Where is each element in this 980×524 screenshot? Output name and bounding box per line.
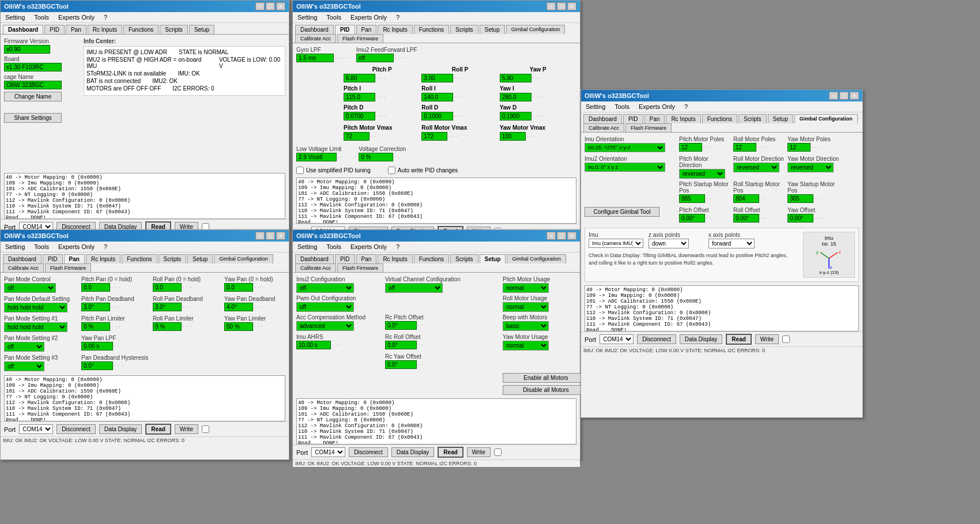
imu-select[interactable]: Imu (camera IMU) [589,239,643,248]
yaw-lpf-value[interactable] [81,342,113,350]
roll-d[interactable] [421,112,453,120]
maximize-btn-3[interactable]: □ [266,232,275,240]
roll-motor-usage-select[interactable]: normal [503,302,549,312]
minimize-btn-2[interactable]: − [546,2,556,10]
tab-rcinputs-3[interactable]: Rc Inputs [86,254,120,263]
tab-rcinputs-4[interactable]: Rc Inputs [378,254,412,263]
menu-setting-5[interactable]: Setting [583,103,608,111]
imu-ahrs-value[interactable] [296,341,331,349]
tab-dashboard-2[interactable]: Dashboard [295,25,334,34]
maximize-btn-2[interactable]: □ [557,2,566,10]
roll-i[interactable] [421,93,453,101]
checkbox-4[interactable] [494,448,502,456]
menu-experts-1[interactable]: Experts Only [56,13,97,21]
write-btn-4[interactable]: Write [467,447,491,457]
menu-experts-5[interactable]: Experts Only [636,103,677,111]
menu-setting-1[interactable]: Setting [3,13,27,21]
yaw-limiter-value[interactable] [224,322,253,331]
menu-tools-4[interactable]: Tools [324,243,344,251]
checkbox-5[interactable] [782,335,790,343]
tab-pan-3[interactable]: Pan [64,254,85,263]
rc-pitch-offset-value[interactable] [385,321,417,330]
tab-functions-5[interactable]: Functions [702,114,737,123]
menu-setting-3[interactable]: Setting [3,243,27,251]
port-select-5[interactable]: COM14 [600,334,634,344]
menu-help-1[interactable]: ? [101,13,110,21]
pitch-d[interactable] [344,112,375,120]
close-btn-5[interactable]: × [850,92,859,100]
tab-dashboard-5[interactable]: Dashboard [583,114,622,123]
yaw-p[interactable] [500,74,532,82]
pitch-offset-value[interactable] [679,214,705,223]
port-select-4[interactable]: COM14 [311,447,345,457]
pitch-limiter-value[interactable] [81,322,110,331]
minimize-btn-3[interactable]: − [255,232,265,240]
menu-help-4[interactable]: ? [394,243,402,251]
pan-setting1-select[interactable]: hold hold hold [4,322,67,332]
tab-functions-1[interactable]: Functions [123,25,159,34]
menu-experts-2[interactable]: Experts Only [348,13,389,21]
close-btn-3[interactable]: × [276,232,285,240]
pan-deadband-hyst-value[interactable] [81,361,113,370]
menu-help-3[interactable]: ? [101,243,110,251]
pitch-pan-value[interactable] [81,283,110,292]
imu2-config-select[interactable]: off [296,283,354,293]
tab-flash-3[interactable]: Flash Firmware [45,263,91,272]
pitch-deadband-value[interactable] [81,303,110,311]
yaw-motor-poles-value[interactable] [787,143,811,152]
pan-setting3-select[interactable]: off [4,361,44,371]
gyro-lpf-slider[interactable]: · · · · · [335,55,352,61]
tab-gimbal-5[interactable]: Gimbal Configuration [794,114,858,123]
write-btn-3[interactable]: Write [175,424,198,434]
tab-pan-4[interactable]: Pan [356,254,377,263]
tab-gimbal-4[interactable]: Gimbal Configuration [507,254,566,263]
maximize-btn-1[interactable]: □ [266,2,275,10]
roll-deadband-value[interactable] [153,303,182,311]
tab-pan-1[interactable]: Pan [66,25,86,34]
tab-pid-4[interactable]: PID [335,254,355,263]
read-btn-4[interactable]: Read [438,447,463,458]
tab-functions-4[interactable]: Functions [414,254,449,263]
tab-pid-5[interactable]: PID [623,114,643,123]
change-name-btn[interactable]: Change Name [4,92,62,101]
firmware-value[interactable] [4,45,50,54]
z-axis-select[interactable]: down [649,239,689,248]
tab-setup-1[interactable]: Setup [189,25,214,34]
roll-limiter-value[interactable] [153,322,182,331]
tab-gimbal-3[interactable]: Gimbal Configuration [214,254,273,263]
gyro-lpf-value[interactable] [296,54,334,62]
disable-motors-btn[interactable]: Disable all Motors [503,385,589,395]
menu-help-5[interactable]: ? [682,103,690,111]
menu-experts-3[interactable]: Experts Only [56,243,97,251]
x-axis-select[interactable]: forward [708,239,755,248]
tab-rcinputs-5[interactable]: Rc Inputs [666,114,700,123]
rc-yaw-offset-value[interactable] [385,360,417,369]
read-btn-5[interactable]: Read [726,334,751,345]
yaw-i[interactable] [500,93,532,101]
disconnect-btn-5[interactable]: Disconnect [637,334,676,344]
tab-calibrate-4[interactable]: Calibrate Acc [295,263,336,272]
tab-dashboard-1[interactable]: Dashboard [3,25,43,34]
vc-value[interactable] [359,153,393,161]
pitch-p[interactable] [344,74,375,82]
share-settings-btn[interactable]: Share Settings [4,113,62,123]
data-display-btn-5[interactable]: Data Display [680,334,723,344]
minimize-btn-4[interactable]: − [546,232,556,240]
data-display-btn-4[interactable]: Data Display [391,447,435,457]
imu-orientation-select[interactable]: no.15: +270° x-y-z [585,143,665,152]
yaw-offset-value[interactable] [787,214,813,223]
close-btn-1[interactable]: × [276,2,285,10]
tab-pan-5[interactable]: Pan [644,114,665,123]
auto-write-pid-cb[interactable] [388,167,395,174]
yaw-deadband-value[interactable] [224,303,253,311]
roll-motor-dir-select[interactable]: reversed [733,163,779,172]
tab-dashboard-4[interactable]: Dashboard [295,254,334,263]
imu2ff-value[interactable] [356,54,394,62]
roll-startup-pos-value[interactable] [733,194,759,203]
virtual-channel-select[interactable]: off [385,283,443,293]
pan-setting2-select[interactable]: off [4,342,44,352]
maximize-btn-5[interactable]: □ [839,92,849,100]
data-display-btn-3[interactable]: Data Display [99,424,142,434]
board-value[interactable] [4,63,62,71]
menu-setting-2[interactable]: Setting [295,13,319,21]
